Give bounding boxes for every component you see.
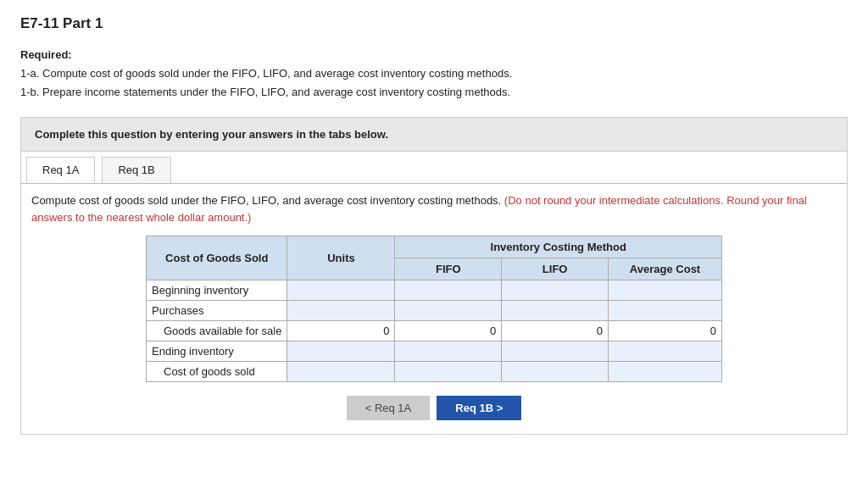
input-units-1[interactable]	[287, 302, 394, 319]
tabs-row: Req 1A Req 1B	[21, 152, 847, 184]
tab-content: Compute cost of goods sold under the FIF…	[21, 184, 847, 434]
input-lifo-0[interactable]	[502, 281, 608, 299]
cell-fifo-4[interactable]	[395, 362, 502, 382]
cell-avg-1[interactable]	[609, 301, 722, 321]
row-label-4: Cost of goods sold	[147, 362, 287, 382]
req-1a-text: 1-a. Compute cost of goods sold under th…	[20, 67, 512, 80]
input-avg-0[interactable]	[609, 281, 721, 299]
input-avg-4[interactable]	[609, 363, 721, 380]
input-lifo-3[interactable]	[502, 342, 608, 360]
input-avg-1[interactable]	[609, 302, 721, 319]
cell-units-0[interactable]	[287, 280, 395, 301]
cell-fifo-0[interactable]	[395, 280, 502, 301]
req-1b-text: 1-b. Prepare income statements under the…	[20, 86, 510, 98]
input-units-0[interactable]	[287, 281, 394, 299]
input-lifo-4[interactable]	[502, 363, 608, 380]
cell-lifo-1[interactable]	[502, 301, 609, 321]
cell-units-1[interactable]	[287, 301, 395, 321]
cell-units-3[interactable]	[287, 341, 395, 362]
instruction-note: Compute cost of goods sold under the FIF…	[31, 192, 837, 225]
required-label: Required:	[20, 48, 72, 61]
prev-button[interactable]: < Req 1A	[347, 396, 431, 420]
required-section: Required: 1-a. Compute cost of goods sol…	[20, 46, 848, 102]
input-avg-3[interactable]	[609, 342, 721, 360]
row-label-2: Goods available for sale	[147, 321, 287, 341]
bottom-nav: < Req 1A Req 1B >	[31, 396, 837, 420]
cell-avg-3[interactable]	[609, 341, 722, 362]
cell-fifo-3[interactable]	[395, 341, 502, 362]
tab-req1b[interactable]: Req 1B	[102, 157, 170, 183]
input-units-3[interactable]	[287, 342, 394, 360]
col-header-lifo: LIFO	[502, 258, 609, 280]
tab-req1a[interactable]: Req 1A	[26, 157, 95, 183]
cell-lifo-2: 0	[502, 321, 609, 341]
col-header-label: Cost of Goods Sold	[147, 236, 287, 280]
cost-table: Cost of Goods Sold Units Inventory Costi…	[146, 236, 722, 382]
cell-units-4[interactable]	[287, 362, 395, 382]
page-title: E7-11 Part 1	[20, 15, 848, 32]
row-label-3: Ending inventory	[147, 341, 287, 362]
col-header-avg: Average Cost	[609, 258, 722, 280]
table-row: Beginning inventory	[147, 280, 722, 301]
table-wrapper: Cost of Goods Sold Units Inventory Costi…	[146, 236, 722, 382]
col-header-units: Units	[287, 236, 395, 280]
cell-lifo-3[interactable]	[502, 341, 609, 362]
group-header: Inventory Costing Method	[395, 236, 722, 258]
instruction-box: Complete this question by entering your …	[20, 117, 848, 152]
tab-instruction-main: Compute cost of goods sold under the FIF…	[31, 194, 501, 207]
input-lifo-1[interactable]	[502, 302, 608, 319]
cell-units-2: 0	[287, 321, 395, 341]
table-row: Goods available for sale 0 0 0 0	[147, 321, 722, 341]
table-row: Cost of goods sold	[147, 362, 722, 382]
col-header-fifo: FIFO	[395, 258, 502, 280]
cell-avg-2: 0	[609, 321, 722, 341]
tabs-container: Req 1A Req 1B Compute cost of goods sold…	[20, 152, 848, 435]
input-fifo-1[interactable]	[395, 302, 501, 319]
next-button[interactable]: Req 1B >	[437, 396, 521, 420]
cell-avg-4[interactable]	[609, 362, 722, 382]
cell-avg-0[interactable]	[609, 280, 722, 301]
cell-lifo-0[interactable]	[502, 280, 609, 301]
cell-lifo-4[interactable]	[502, 362, 609, 382]
cell-fifo-1[interactable]	[395, 301, 502, 321]
table-row: Purchases	[147, 301, 722, 321]
input-units-4[interactable]	[287, 363, 394, 380]
table-row: Ending inventory	[147, 341, 722, 362]
input-fifo-0[interactable]	[395, 281, 501, 299]
input-fifo-4[interactable]	[395, 363, 501, 380]
input-fifo-3[interactable]	[395, 342, 501, 360]
cell-fifo-2: 0	[395, 321, 502, 341]
row-label-0: Beginning inventory	[147, 280, 287, 301]
row-label-1: Purchases	[147, 301, 287, 321]
